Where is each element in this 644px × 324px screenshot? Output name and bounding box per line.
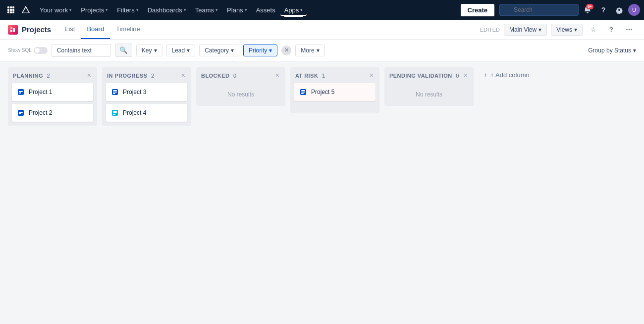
svg-rect-14	[19, 93, 21, 93]
pending-no-results: No results	[384, 83, 474, 106]
chevron-down-icon: ▾	[245, 7, 247, 12]
more-options-button[interactable]: ···	[622, 23, 636, 37]
svg-rect-24	[113, 112, 117, 113]
tab-list[interactable]: List	[59, 20, 81, 39]
column-blocked-title-group: BLOCKED 0	[201, 72, 236, 79]
chevron-down-icon: ▾	[633, 47, 636, 54]
column-at-risk: AT RISK 1 × Project 5	[290, 67, 379, 113]
column-in-progress-close[interactable]: ×	[180, 71, 186, 79]
filter-bar-right: Group by Status ▾	[588, 47, 636, 54]
column-blocked-close[interactable]: ×	[274, 71, 280, 79]
filter-category-button[interactable]: Category ▾	[199, 45, 239, 56]
sub-nav-right: EDITED Main View ▾ Views ▾ ☆ ? ···	[480, 23, 636, 37]
projects-logo: Projects	[8, 25, 51, 35]
chevron-down-icon: ▾	[300, 7, 303, 12]
show-sql-label: Show SQL	[8, 47, 32, 53]
tab-board[interactable]: Board	[81, 20, 110, 39]
add-column-button[interactable]: + + Add column	[479, 67, 535, 83]
group-by-button[interactable]: Group by Status ▾	[588, 47, 636, 54]
filter-key-button[interactable]: Key ▾	[136, 45, 162, 56]
nav-assets[interactable]: Assets	[252, 4, 279, 16]
svg-rect-9	[10, 30, 12, 32]
svg-rect-20	[113, 92, 117, 93]
column-pending-validation: PENDING VALIDATION 0 × No results	[384, 67, 474, 106]
nav-teams[interactable]: Teams ▾	[191, 4, 222, 16]
nav-apps[interactable]: Apps ▾	[280, 4, 307, 16]
filter-lead-button[interactable]: Lead ▾	[166, 45, 196, 56]
project-icon	[111, 109, 119, 117]
svg-rect-23	[113, 111, 117, 112]
svg-rect-19	[113, 90, 117, 91]
svg-rect-27	[301, 90, 305, 91]
help-sub-button[interactable]: ?	[604, 23, 618, 37]
card-project-5[interactable]: Project 5	[294, 83, 376, 101]
chevron-down-icon: ▾	[154, 47, 157, 54]
svg-rect-11	[10, 27, 12, 29]
chevron-down-icon: ▾	[215, 7, 218, 12]
card-project-1[interactable]: Project 1	[12, 83, 93, 101]
chevron-down-icon: ▾	[106, 7, 108, 12]
column-at-risk-title-group: AT RISK 1	[295, 72, 325, 79]
svg-rect-16	[19, 112, 23, 113]
filter-more-button[interactable]: More ▾	[295, 45, 324, 56]
svg-rect-28	[301, 92, 305, 93]
grid-icon[interactable]	[4, 3, 18, 17]
svg-rect-5	[12, 9, 14, 11]
column-planning-close[interactable]: ×	[86, 71, 92, 79]
create-button[interactable]: Create	[461, 4, 494, 16]
search-input[interactable]	[499, 4, 579, 16]
column-in-progress-title-group: IN PROGRESS 2	[107, 72, 154, 79]
show-sql-toggle[interactable]: Show SQL	[8, 47, 48, 54]
chevron-down-icon: ▾	[69, 7, 72, 12]
chevron-down-icon: ▾	[187, 47, 190, 54]
svg-rect-3	[7, 9, 9, 11]
nav-plans[interactable]: Plans ▾	[223, 4, 251, 16]
nav-your-work[interactable]: Your work ▾	[36, 4, 76, 16]
notification-badge: 9+	[586, 4, 593, 9]
star-button[interactable]: ☆	[587, 23, 600, 37]
chevron-down-icon: ▾	[136, 7, 139, 12]
svg-rect-8	[12, 11, 14, 13]
column-at-risk-close[interactable]: ×	[369, 71, 375, 79]
views-button[interactable]: Views ▾	[551, 24, 583, 36]
avatar[interactable]: U	[628, 4, 640, 16]
help-button[interactable]: ?	[596, 3, 610, 17]
sql-toggle-switch[interactable]	[34, 47, 48, 54]
column-pending-validation-close[interactable]: ×	[463, 71, 469, 79]
plus-icon: +	[483, 71, 487, 79]
column-planning-cards: Project 1 Project 2	[8, 83, 97, 126]
nav-right-section: 🔍 9+ ? U	[499, 3, 640, 17]
column-in-progress-cards: Project 3 Project 4	[102, 83, 191, 126]
nav-projects[interactable]: Projects ▾	[77, 4, 112, 16]
card-project-4[interactable]: Project 4	[106, 104, 187, 122]
column-at-risk-header: AT RISK 1 ×	[290, 67, 379, 83]
filter-bar: Show SQL 🔍 Key ▾ Lead ▾ Category ▾ Prior…	[0, 40, 644, 61]
column-at-risk-cards: Project 5	[290, 83, 379, 113]
settings-button[interactable]	[612, 3, 626, 17]
tab-timeline[interactable]: Timeline	[110, 20, 146, 39]
notifications-button[interactable]: 9+	[581, 3, 594, 17]
filter-search-button[interactable]: 🔍	[115, 44, 132, 57]
card-project-2[interactable]: Project 2	[12, 104, 93, 122]
search-icon: 🔍	[119, 46, 128, 54]
sub-navigation: Projects List Board Timeline EDITED Main…	[0, 20, 644, 40]
project-icon	[111, 88, 119, 96]
chevron-down-icon: ▾	[574, 26, 577, 33]
top-navigation: Your work ▾ Projects ▾ Filters ▾ Dashboa…	[0, 0, 644, 20]
app-logo[interactable]	[19, 3, 33, 17]
chevron-down-icon: ▾	[269, 47, 272, 54]
nav-filters[interactable]: Filters ▾	[113, 4, 142, 16]
column-planning-title-group: PLANNING 2	[13, 72, 50, 79]
svg-rect-10	[13, 28, 15, 32]
svg-rect-1	[10, 6, 12, 8]
clear-priority-filter-button[interactable]: ✕	[281, 46, 291, 55]
card-project-3[interactable]: Project 3	[106, 83, 187, 101]
svg-rect-0	[7, 6, 9, 8]
filter-priority-button[interactable]: Priority ▾	[243, 45, 277, 56]
svg-rect-7	[10, 11, 12, 13]
nav-dashboards[interactable]: Dashboards ▾	[144, 4, 190, 16]
filter-text-input[interactable]	[52, 44, 111, 57]
chevron-down-icon: ▾	[317, 47, 320, 54]
board-container: PLANNING 2 × Project 1	[0, 61, 644, 321]
main-view-button[interactable]: Main View ▾	[504, 24, 547, 36]
